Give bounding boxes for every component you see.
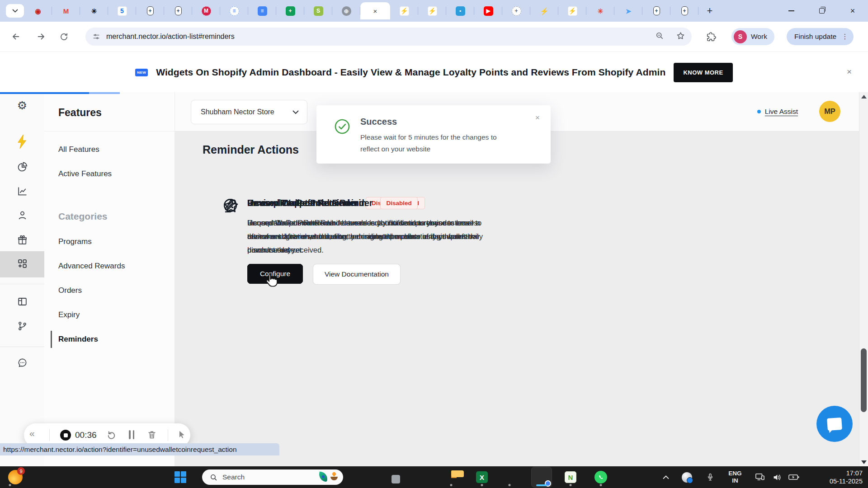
recorder-collapse-button[interactable]: « [29, 428, 35, 439]
scrollbar-down-icon[interactable] [861, 460, 867, 464]
tab-phone-new[interactable]: + [642, 0, 670, 22]
tray-info-icon[interactable] [682, 466, 692, 488]
clock[interactable]: 17:07 05-11-2025 [825, 466, 863, 488]
tab-bolt[interactable]: ⚡ [418, 0, 446, 22]
tab-phone-new[interactable]: + [164, 0, 192, 22]
site-settings-icon[interactable] [92, 33, 100, 41]
know-more-button[interactable]: KNOW MORE [674, 63, 732, 82]
tab-sheets[interactable]: + [276, 0, 304, 22]
tab-striped-doc[interactable]: ≡ [220, 0, 248, 22]
kebab-menu-icon[interactable]: ⋮ [840, 33, 850, 41]
recorder-stop-button[interactable] [60, 430, 71, 441]
tab-search-button[interactable] [6, 4, 24, 18]
whatsapp[interactable] [591, 467, 611, 487]
tab-phone-dashed[interactable]: + [502, 0, 530, 22]
active-tab[interactable]: × [360, 2, 390, 19]
line-chart-icon[interactable] [0, 179, 44, 205]
scrollbar-thumb[interactable] [861, 348, 867, 412]
tab-youtube[interactable]: ▶ [474, 0, 502, 22]
profile-chip[interactable]: S Work [731, 28, 774, 45]
tray-chevron-up-icon[interactable] [663, 466, 669, 488]
banner-close-icon[interactable]: × [847, 67, 852, 77]
divider [49, 429, 50, 441]
slack[interactable] [500, 467, 519, 487]
reload-button[interactable] [54, 27, 73, 46]
url-text[interactable]: merchant.nector.io/action-list#reminders [106, 33, 235, 41]
tab-calendar[interactable]: 5 [108, 0, 136, 22]
tray-microphone-icon[interactable] [707, 466, 714, 488]
close-button[interactable]: × [837, 0, 868, 22]
users-icon[interactable] [0, 203, 44, 229]
toast-close-icon[interactable]: × [535, 113, 540, 122]
tab-close-icon[interactable]: × [373, 8, 377, 14]
live-assist-link[interactable]: Live Assist [757, 108, 798, 116]
git-branch-icon[interactable] [0, 314, 44, 340]
live-dot-icon [757, 110, 761, 113]
tab-chatgpt[interactable]: ✳ [80, 0, 108, 22]
new-tab-button[interactable]: + [702, 3, 717, 19]
grid-plus-icon[interactable] [0, 251, 44, 277]
sidebar-category-item[interactable]: Programs [44, 230, 175, 254]
tab-phone-new[interactable]: + [136, 0, 164, 22]
zoom-icon[interactable] [655, 31, 664, 42]
pinned-tabs-right: ⚡⚡▪▶+⚡⚡✳➤++ [390, 0, 698, 22]
chrome[interactable] [532, 467, 552, 487]
tray-volume-icon[interactable] [772, 466, 782, 488]
excel[interactable]: X [472, 467, 492, 487]
gift-icon[interactable] [0, 228, 44, 254]
scrollbar[interactable] [859, 92, 868, 466]
restore-icon [819, 8, 825, 14]
forward-button[interactable] [32, 27, 51, 46]
language-indicator[interactable]: ENG IN [723, 466, 747, 488]
sidebar-category-item[interactable]: Expiry [44, 303, 175, 327]
tab-asterisk[interactable]: ✳ [586, 0, 614, 22]
tab-recording[interactable]: ◉ [24, 0, 52, 22]
tab-bolt[interactable]: ⚡ [530, 0, 558, 22]
bolt-logo-icon[interactable] [0, 130, 44, 156]
tab-bolt[interactable]: ⚡ [558, 0, 586, 22]
sidebar-nav-item[interactable]: All Features [44, 137, 175, 162]
recorder-restart-button[interactable] [106, 430, 117, 442]
layout-panel-icon[interactable] [0, 289, 44, 315]
tab-phone-new[interactable]: + [670, 0, 698, 22]
bookmark-star-icon[interactable] [676, 31, 685, 42]
settings-gear-icon[interactable]: ⚙ [0, 92, 44, 118]
windows-taskbar: 9 Search XN ENG IN 17:07 05-11-2025 [0, 466, 868, 488]
view-documentation-button[interactable]: View Documentation [313, 264, 401, 285]
chat-widget-button[interactable] [816, 406, 853, 442]
sidebar-category-item[interactable]: Advanced Rewards [44, 254, 175, 278]
tab-mural[interactable]: M [192, 0, 220, 22]
extensions-button[interactable] [702, 27, 721, 46]
user-avatar[interactable]: MP [819, 101, 840, 122]
tab-gmail[interactable]: M [52, 0, 80, 22]
recorder-pause-button[interactable] [129, 430, 134, 439]
sidebar-category-item[interactable]: Orders [44, 278, 175, 303]
pie-chart-icon[interactable] [0, 155, 44, 181]
chat-bubble-icon[interactable] [0, 350, 44, 376]
recorder-cursor-button[interactable] [177, 429, 187, 442]
file-explorer[interactable] [441, 467, 461, 487]
tab-globe[interactable]: ⊕ [332, 0, 360, 22]
tab-bolt[interactable]: ⚡ [390, 0, 418, 22]
back-button[interactable] [6, 27, 25, 46]
address-bar[interactable]: merchant.nector.io/action-list#reminders [85, 28, 692, 46]
task-view[interactable] [384, 467, 404, 487]
edge[interactable] [0, 467, 20, 487]
tab-shopify[interactable]: S [304, 0, 332, 22]
notepad[interactable]: N [561, 467, 580, 487]
copilot[interactable] [415, 467, 434, 487]
store-selector[interactable]: Shubham Nector Store [191, 100, 307, 124]
finish-update-button[interactable]: Finish update ⋮ [787, 28, 854, 45]
minimize-button[interactable] [776, 0, 807, 22]
tab-docs[interactable]: ≡ [248, 0, 276, 22]
tray-cast-icon[interactable] [755, 466, 765, 488]
sidebar-nav-item[interactable]: Active Features [44, 162, 175, 186]
scrollbar-up-icon[interactable] [861, 95, 867, 99]
tab-chat-app[interactable]: ▪ [446, 0, 474, 22]
tray-battery-icon[interactable] [788, 466, 799, 488]
configure-button[interactable]: Configure [247, 264, 303, 284]
maximize-button[interactable] [807, 0, 837, 22]
sidebar-category-item[interactable]: Reminders [44, 327, 175, 352]
tab-send[interactable]: ➤ [614, 0, 642, 22]
recorder-delete-button[interactable] [147, 430, 157, 441]
